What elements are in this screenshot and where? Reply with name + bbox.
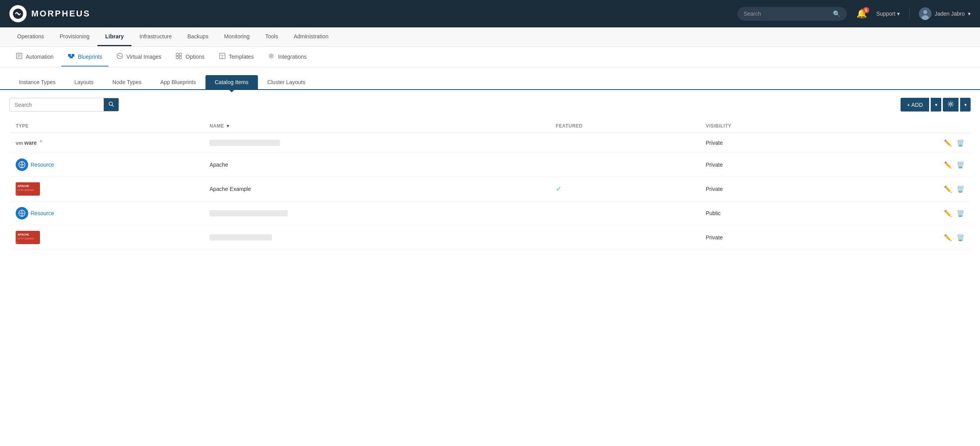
delete-icon[interactable]: 🗑️ <box>957 234 964 241</box>
add-button-caret[interactable]: ▾ <box>931 98 941 112</box>
logo-area: MORPHEUS <box>9 5 90 22</box>
support-caret-icon: ▾ <box>897 11 900 17</box>
support-button[interactable]: Support ▾ <box>876 11 900 17</box>
add-button[interactable]: + ADD <box>901 98 929 112</box>
edit-icon[interactable]: ✏️ <box>944 234 952 241</box>
notifications-area: 🔔 5 <box>856 9 867 19</box>
table-search-button[interactable] <box>104 98 119 111</box>
col-header-name[interactable]: NAME ▾ <box>203 119 549 133</box>
svg-line-28 <box>112 105 114 107</box>
col-header-type: TYPE <box>9 119 203 133</box>
actions-cell: ✏️ 🗑️ <box>845 177 971 201</box>
svg-text:HTTP SERVER: HTTP SERVER <box>18 189 34 191</box>
subnav-options[interactable]: Options <box>169 48 211 67</box>
resource-type: Resource <box>16 207 197 219</box>
notifications-badge: 5 <box>863 7 869 13</box>
table-row: APACHE HTTP SERVER Apache Example ✓ Priv… <box>9 177 971 201</box>
actions-cell: ✏️ 🗑️ <box>845 225 971 250</box>
svg-point-3 <box>923 10 927 14</box>
subnav-virtual-images[interactable]: Virtual Images <box>110 48 168 67</box>
table-row: vm ware ® Private ✏️ <box>9 133 971 153</box>
integrations-icon <box>268 52 275 61</box>
blurred-name <box>209 140 280 146</box>
nav-item-backups[interactable]: Backups <box>180 28 216 46</box>
secondary-nav: Automation Blueprints Virtual Images <box>0 47 980 67</box>
tab-cluster-layouts[interactable]: Cluster Layouts <box>258 75 315 90</box>
nav-item-provisioning[interactable]: Provisioning <box>52 28 97 46</box>
type-cell: APACHE HTTP SERVER <box>9 177 203 201</box>
type-cell: Resource <box>9 153 203 177</box>
nav-item-infrastructure[interactable]: Infrastructure <box>132 28 179 46</box>
nav-item-operations[interactable]: Operations <box>9 28 52 46</box>
edit-icon[interactable]: ✏️ <box>944 161 952 169</box>
svg-rect-9 <box>68 54 71 57</box>
notifications-button[interactable]: 🔔 5 <box>856 9 867 19</box>
table-row: Resource Apache Private ✏️ 🗑️ <box>9 153 971 177</box>
table-header-row: TYPE NAME ▾ FEATURED VISIBILITY <box>9 119 971 133</box>
delete-icon[interactable]: 🗑️ <box>957 210 964 217</box>
featured-cell <box>549 153 699 177</box>
svg-text:HTTP SERVER: HTTP SERVER <box>18 237 34 240</box>
subnav-integrations[interactable]: Integrations <box>261 48 313 67</box>
nav-item-tools[interactable]: Tools <box>258 28 286 46</box>
global-search-input[interactable] <box>744 11 830 17</box>
edit-icon[interactable]: ✏️ <box>944 210 952 217</box>
tab-node-types[interactable]: Node Types <box>103 75 151 90</box>
user-name: Jaden Jabro <box>935 11 965 17</box>
subnav-integrations-label: Integrations <box>278 54 306 60</box>
tab-app-blueprints[interactable]: App Blueprints <box>151 75 205 90</box>
featured-checkmark: ✓ <box>556 185 562 193</box>
name-cell: Apache <box>203 153 549 177</box>
actions-cell: ✏️ 🗑️ <box>845 133 971 153</box>
virtual-images-icon <box>116 52 123 61</box>
resource-label: Resource <box>31 162 54 168</box>
options-icon <box>175 52 182 61</box>
gear-button[interactable] <box>943 98 958 112</box>
svg-point-1 <box>17 13 19 14</box>
featured-cell <box>549 133 699 153</box>
subnav-templates[interactable]: Templates <box>213 48 260 67</box>
type-cell: vm ware ® <box>9 133 203 153</box>
col-header-featured: FEATURED <box>549 119 699 133</box>
svg-rect-14 <box>179 53 182 56</box>
featured-cell <box>549 225 699 250</box>
vmware-type: vm ware ® <box>16 138 197 147</box>
svg-rect-10 <box>72 54 74 57</box>
nav-item-monitoring[interactable]: Monitoring <box>216 28 257 46</box>
svg-line-25 <box>272 54 274 55</box>
automation-icon <box>16 52 23 61</box>
nav-item-administration[interactable]: Administration <box>286 28 336 46</box>
user-caret-icon: ▾ <box>968 11 971 17</box>
subnav-blueprints[interactable]: Blueprints <box>61 48 108 67</box>
row-actions: ✏️ 🗑️ <box>852 139 964 147</box>
delete-icon[interactable]: 🗑️ <box>957 139 964 147</box>
delete-icon[interactable]: 🗑️ <box>957 161 964 169</box>
tab-catalog-items[interactable]: Catalog Items <box>205 75 258 90</box>
action-buttons: + ADD ▾ ▾ <box>901 98 971 112</box>
featured-cell <box>549 201 699 225</box>
gear-button-caret[interactable]: ▾ <box>960 98 971 112</box>
edit-icon[interactable]: ✏️ <box>944 139 952 147</box>
content-area: Instance Types Layouts Node Types App Bl… <box>0 67 980 446</box>
global-search-bar[interactable]: 🔍 <box>737 7 847 21</box>
featured-cell: ✓ <box>549 177 699 201</box>
resource-icon <box>16 158 28 171</box>
user-menu-button[interactable]: Jaden Jabro ▾ <box>919 7 971 20</box>
delete-icon[interactable]: 🗑️ <box>957 185 964 193</box>
visibility-cell: Private <box>699 225 845 250</box>
table-search-input[interactable] <box>10 99 104 111</box>
primary-nav: Operations Provisioning Library Infrastr… <box>0 27 980 47</box>
edit-icon[interactable]: ✏️ <box>944 185 952 193</box>
visibility-cell: Private <box>699 133 845 153</box>
tab-instance-types[interactable]: Instance Types <box>9 75 65 90</box>
visibility-cell: Public <box>699 201 845 225</box>
svg-rect-13 <box>176 53 178 56</box>
svg-text:vm: vm <box>16 140 23 146</box>
tabs-bar: Instance Types Layouts Node Types App Bl… <box>0 67 980 90</box>
subnav-automation[interactable]: Automation <box>9 48 60 67</box>
name-cell <box>203 201 549 225</box>
tab-layouts[interactable]: Layouts <box>65 75 103 90</box>
subnav-options-label: Options <box>186 54 204 60</box>
nav-item-library[interactable]: Library <box>97 28 132 46</box>
visibility-cell: Private <box>699 177 845 201</box>
